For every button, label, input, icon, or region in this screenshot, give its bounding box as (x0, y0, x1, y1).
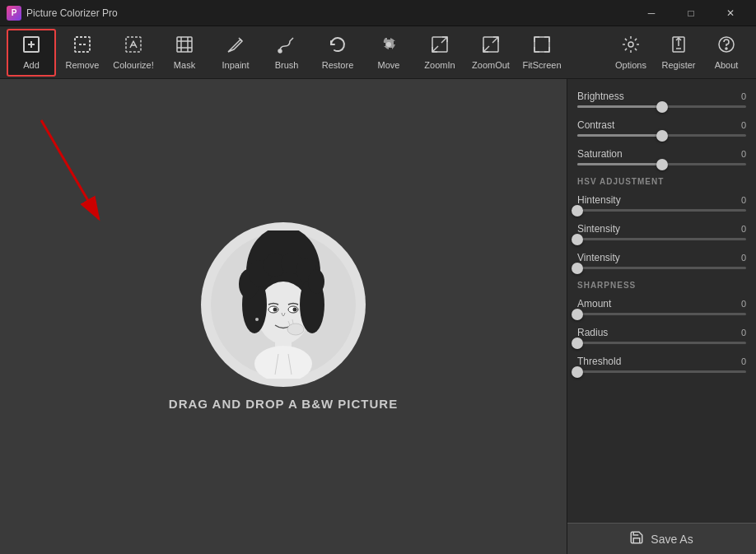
svg-point-48 (273, 308, 277, 312)
tool-options[interactable]: Options (608, 29, 654, 77)
about-label: About (715, 60, 739, 70)
register-label: Register (662, 60, 696, 70)
zoomout-icon (481, 35, 501, 58)
svg-point-49 (292, 308, 296, 312)
svg-point-13 (278, 49, 282, 53)
save-as-button[interactable]: Save As (567, 523, 756, 554)
svg-rect-5 (126, 37, 141, 52)
brightness-label: Brightness (577, 91, 624, 102)
toolbar: Add Remove Colourize! (0, 26, 756, 79)
close-button[interactable]: ✕ (712, 0, 749, 26)
tool-inpaint-label: Inpaint (222, 60, 249, 70)
amount-label: Amount (577, 298, 611, 310)
radius-value: 0 (741, 328, 746, 338)
amount-track[interactable] (577, 313, 746, 315)
vintensity-track[interactable] (577, 267, 746, 269)
radius-label: Radius (577, 327, 608, 338)
vintensity-label: Vintensity (577, 252, 620, 263)
inpaint-icon (226, 35, 245, 58)
save-as-label: Save As (651, 533, 693, 546)
tool-register[interactable]: Register (656, 29, 702, 77)
hintensity-track[interactable] (577, 209, 746, 212)
tool-zoomout[interactable]: ZoomOut (466, 29, 516, 77)
svg-line-17 (432, 46, 438, 52)
sharpness-header: SHARPNESS (567, 276, 756, 293)
svg-rect-21 (534, 37, 549, 52)
colourize-icon (124, 35, 143, 58)
titlebar: P Picture Colorizer Pro ─ □ ✕ (0, 0, 756, 26)
preview-image (201, 222, 366, 387)
svg-point-53 (255, 318, 259, 321)
tool-remove[interactable]: Remove (58, 29, 107, 77)
toolbar-right: Options Register About (608, 29, 749, 77)
threshold-track[interactable] (577, 370, 746, 373)
zoomin-icon (430, 35, 450, 58)
amount-value: 0 (741, 299, 746, 309)
svg-line-20 (483, 46, 489, 52)
brightness-track[interactable] (577, 105, 746, 108)
contrast-value: 0 (741, 120, 746, 130)
svg-rect-3 (75, 37, 90, 52)
tool-add-label: Add (23, 60, 40, 70)
tool-brush-label: Brush (275, 60, 299, 70)
tool-add[interactable]: Add (7, 29, 56, 77)
drop-zone[interactable]: DRAG AND DROP A B&W PICTURE (169, 222, 398, 411)
tool-restore-label: Restore (322, 60, 354, 70)
svg-line-19 (492, 37, 498, 43)
hintensity-value: 0 (741, 195, 746, 205)
maximize-button[interactable]: □ (672, 0, 710, 26)
svg-point-22 (628, 42, 633, 47)
register-icon (669, 35, 688, 58)
brightness-value: 0 (741, 91, 746, 101)
tool-fitscreen-label: FitScreen (522, 60, 561, 70)
tool-remove-label: Remove (66, 60, 100, 70)
svg-point-50 (287, 324, 304, 335)
saturation-value: 0 (741, 149, 746, 159)
fitscreen-icon (532, 35, 552, 58)
app-icon: P (7, 6, 21, 21)
add-icon (21, 35, 41, 58)
tool-move[interactable]: Move (364, 29, 413, 77)
brightness-group: Brightness 0 (567, 86, 756, 114)
svg-point-14 (386, 42, 391, 47)
tool-restore[interactable]: Restore (313, 29, 362, 77)
vintensity-value: 0 (741, 253, 746, 263)
sintensity-group: Sintensity 0 (567, 218, 756, 247)
app-title: Picture Colorizer Pro (26, 7, 632, 19)
contrast-track[interactable] (577, 134, 746, 137)
radius-group: Radius 0 (567, 322, 756, 351)
hintensity-group: Hintensity 0 (567, 189, 756, 218)
tool-brush[interactable]: Brush (262, 29, 311, 77)
threshold-label: Threshold (577, 356, 621, 367)
main-content: DRAG AND DROP A B&W PICTURE Brightness 0… (0, 79, 756, 554)
svg-rect-7 (177, 37, 192, 52)
threshold-group: Threshold 0 (567, 351, 756, 379)
tool-zoomin-label: ZoomIn (424, 60, 455, 70)
hintensity-label: Hintensity (577, 194, 621, 206)
tool-inpaint[interactable]: Inpaint (211, 29, 260, 77)
minimize-button[interactable]: ─ (632, 0, 670, 26)
vintensity-group: Vintensity 0 (567, 247, 756, 276)
sintensity-track[interactable] (577, 238, 746, 240)
tool-about[interactable]: About (703, 29, 749, 77)
amount-group: Amount 0 (567, 293, 756, 322)
svg-line-16 (441, 37, 447, 43)
mask-icon (175, 35, 194, 58)
tool-zoomout-label: ZoomOut (472, 60, 510, 70)
radius-track[interactable] (577, 342, 746, 344)
brush-icon (277, 35, 296, 58)
tool-colourize[interactable]: Colourize! (109, 29, 158, 77)
tool-zoomin[interactable]: ZoomIn (415, 29, 464, 77)
tool-mask-label: Mask (174, 60, 195, 70)
window-controls: ─ □ ✕ (632, 0, 749, 26)
svg-line-29 (41, 120, 99, 219)
hsv-header: HSV ADJUSTMENT (567, 172, 756, 189)
canvas-area[interactable]: DRAG AND DROP A B&W PICTURE (0, 79, 567, 554)
saturation-track[interactable] (577, 163, 746, 165)
tool-fitscreen[interactable]: FitScreen (517, 29, 567, 77)
svg-point-40 (308, 269, 324, 294)
tool-mask[interactable]: Mask (160, 29, 209, 77)
tool-colourize-label: Colourize! (113, 60, 154, 70)
save-icon (629, 530, 644, 548)
contrast-group: Contrast 0 (567, 114, 756, 143)
